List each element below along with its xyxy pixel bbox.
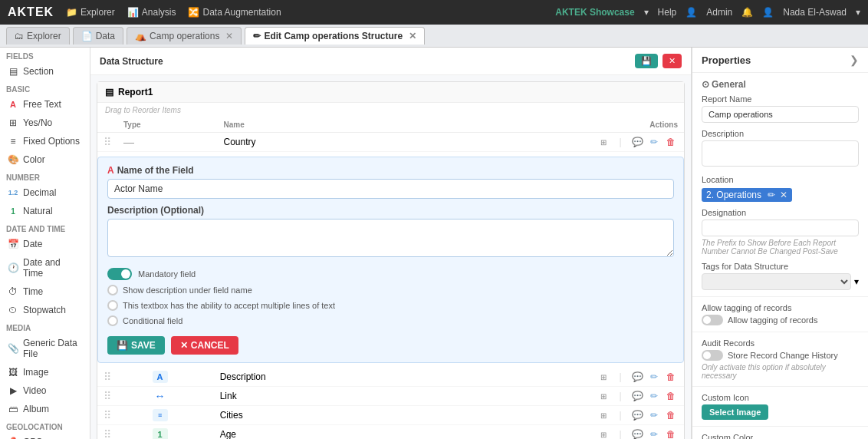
- grid-action-icon[interactable]: ⊞: [597, 389, 610, 403]
- audit-toggle[interactable]: [702, 350, 723, 361]
- nav-explorer[interactable]: 📁 Explorer: [66, 7, 115, 18]
- chevron-down-icon: ▾: [644, 7, 649, 18]
- multiline-radio[interactable]: [107, 300, 118, 311]
- sidebar-item-date[interactable]: 📅 Date: [0, 235, 90, 253]
- location-remove-icon[interactable]: ✕: [780, 190, 787, 200]
- user-chevron[interactable]: ▾: [856, 7, 860, 18]
- ds-body: ▤ Report1 Drag to Reorder Items Type Nam…: [90, 75, 691, 439]
- grid-action-icon[interactable]: ⊞: [597, 427, 610, 439]
- save-button[interactable]: 💾 SAVE: [107, 336, 165, 355]
- mandatory-toggle[interactable]: [107, 268, 132, 280]
- grid-action-icon[interactable]: ⊞: [597, 408, 610, 422]
- separator-icon: |: [613, 389, 627, 403]
- delete-action-icon[interactable]: 🗑: [664, 370, 678, 384]
- rp-report-name-input[interactable]: [702, 106, 859, 123]
- collapse-icon[interactable]: ❯: [850, 54, 859, 66]
- sidebar-item-stopwatch[interactable]: ⏲ Stopwatch: [0, 301, 90, 319]
- general-icon: ⊙: [702, 79, 709, 90]
- properties-title: Properties: [702, 54, 751, 66]
- sidebar-item-freetext[interactable]: A Free Text: [0, 95, 90, 114]
- drag-handle-icon[interactable]: ⠿: [104, 409, 111, 421]
- field-name-input[interactable]: [107, 179, 674, 199]
- edit-action-icon[interactable]: ✏: [647, 389, 661, 403]
- cancel-button[interactable]: ✕ CANCEL: [171, 336, 238, 355]
- tab-data-icon: 📄: [81, 31, 93, 41]
- sidebar-item-fixed[interactable]: ≡ Fixed Options: [0, 132, 90, 150]
- tab-folder-icon: 🗂: [15, 31, 24, 41]
- separator-icon: |: [613, 370, 627, 384]
- comment-action-icon[interactable]: 💬: [630, 370, 644, 384]
- file-icon: 📎: [8, 343, 18, 354]
- number-header: Number: [0, 169, 90, 183]
- rp-location-label: Location: [702, 175, 859, 184]
- tab-edit-close[interactable]: ✕: [409, 31, 416, 41]
- field-table: Type Name Actions ⠿ — Country: [97, 117, 684, 152]
- video-icon: ▶: [8, 385, 18, 396]
- show-desc-label: Show description under field name: [123, 286, 252, 295]
- comment-action-icon[interactable]: 💬: [630, 389, 644, 403]
- field-name-cell: Cities: [214, 406, 455, 425]
- tab-camp-close[interactable]: ✕: [225, 31, 233, 41]
- conditional-radio[interactable]: [107, 315, 118, 326]
- tab-explorer[interactable]: 🗂 Explorer: [6, 27, 70, 45]
- table-row: ⠿ ↔ Link ⊞ | 💬 ✏ 🗑: [97, 387, 684, 406]
- sidebar-item-section[interactable]: ▤ Section: [0, 62, 90, 81]
- ds-save-button[interactable]: 💾: [635, 54, 658, 68]
- sidebar-item-album[interactable]: 🗃 Album: [0, 400, 90, 418]
- brand-name[interactable]: AKTEK Showcase: [555, 7, 634, 18]
- ds-close-button[interactable]: ✕: [663, 54, 682, 68]
- admin-label[interactable]: Admin: [706, 7, 732, 18]
- rp-description-textarea[interactable]: [702, 140, 859, 167]
- sidebar-item-time[interactable]: ⏱ Time: [0, 282, 90, 301]
- type-badge: 1: [153, 428, 168, 439]
- natural-icon: 1: [8, 206, 18, 216]
- rp-general-section: ⊙ General Report Name Description Locati…: [692, 73, 868, 297]
- sidebar-item-gps[interactable]: 📍 GPS: [0, 433, 90, 439]
- comment-action-icon[interactable]: 💬: [630, 135, 644, 149]
- bell-icon[interactable]: 🔔: [741, 7, 753, 18]
- sidebar-item-video[interactable]: ▶ Video: [0, 381, 90, 400]
- show-desc-radio[interactable]: [107, 285, 118, 295]
- edit-action-icon[interactable]: ✏: [647, 408, 661, 422]
- delete-action-icon[interactable]: 🗑: [664, 408, 678, 422]
- delete-action-icon[interactable]: 🗑: [664, 389, 678, 403]
- grid-action-icon[interactable]: ⊞: [597, 370, 610, 384]
- drag-handle-icon[interactable]: ⠿: [104, 428, 111, 439]
- nav-analysis[interactable]: 📊 Analysis: [127, 7, 176, 18]
- nav-data-augmentation[interactable]: 🔀 Data Augmentation: [188, 7, 281, 18]
- separator-icon: |: [613, 427, 627, 439]
- edit-action-icon[interactable]: ✏: [647, 370, 661, 384]
- rp-tags-select[interactable]: [702, 273, 851, 290]
- drag-handle-icon[interactable]: ⠿: [104, 390, 111, 402]
- allow-tagging-toggle[interactable]: [702, 315, 723, 325]
- select-image-button[interactable]: Select Image: [702, 404, 768, 420]
- edit-action-icon[interactable]: ✏: [647, 135, 661, 149]
- location-edit-icon[interactable]: ✏: [768, 190, 775, 200]
- sidebar-item-natural[interactable]: 1 Natural: [0, 202, 90, 220]
- drag-handle-icon[interactable]: ⠿: [104, 136, 111, 148]
- time-icon: ⏱: [8, 286, 18, 297]
- sidebar-item-file[interactable]: 📎 Generic Data File: [0, 334, 90, 363]
- sidebar-item-datetime[interactable]: 🕐 Date and Time: [0, 253, 90, 282]
- sidebar-item-color[interactable]: 🎨 Color: [0, 150, 90, 169]
- edit-action-icon[interactable]: ✏: [647, 427, 661, 439]
- tab-edit-structure[interactable]: ✏ Edit Camp operations Structure ✕: [245, 27, 425, 45]
- delete-action-icon[interactable]: 🗑: [664, 135, 678, 149]
- report-expand-icon[interactable]: ▤: [105, 87, 113, 97]
- comment-action-icon[interactable]: 💬: [630, 408, 644, 422]
- drag-handle-icon[interactable]: ⠿: [104, 371, 111, 383]
- description-textarea[interactable]: [107, 219, 674, 257]
- sidebar-item-decimal[interactable]: 1.2 Decimal: [0, 183, 90, 202]
- delete-action-icon[interactable]: 🗑: [664, 427, 678, 439]
- type-icon: —: [123, 136, 134, 148]
- rp-designation-input[interactable]: [702, 220, 859, 236]
- grid-action-icon[interactable]: ⊞: [597, 135, 610, 149]
- sidebar-item-yesno[interactable]: ⊞ Yes/No: [0, 114, 90, 132]
- rp-custom-color-section: Custom Color: [692, 427, 868, 439]
- tab-data[interactable]: 📄 Data: [73, 27, 123, 45]
- help-link[interactable]: Help: [658, 7, 677, 18]
- right-panel: Properties ❯ ⊙ General Report Name Descr…: [692, 48, 868, 439]
- sidebar-item-image[interactable]: 🖼 Image: [0, 363, 90, 381]
- comment-action-icon[interactable]: 💬: [630, 427, 644, 439]
- tab-camp-operations[interactable]: ⛺ Camp operations ✕: [127, 27, 242, 45]
